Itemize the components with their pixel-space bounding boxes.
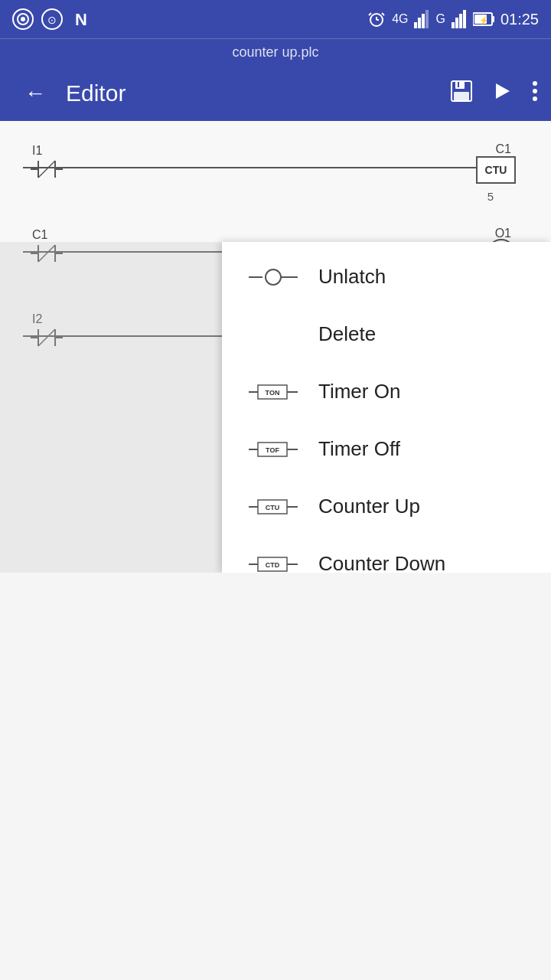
svg-line-10 xyxy=(382,13,384,15)
counter-up-label: Counter Up xyxy=(318,495,420,518)
rung1-contact[interactable] xyxy=(31,158,63,184)
svg-line-35 xyxy=(38,161,55,178)
svg-text:⚡: ⚡ xyxy=(479,15,489,25)
svg-text:CTD: CTD xyxy=(266,561,280,569)
svg-point-47 xyxy=(266,270,281,285)
svg-text:N: N xyxy=(75,10,87,29)
signal-icon xyxy=(414,10,429,28)
svg-rect-25 xyxy=(454,92,469,101)
context-menu-panel: Unlatch Delete TON xyxy=(222,242,551,573)
back-button[interactable]: ← xyxy=(12,81,58,106)
menu-item-counter-up[interactable]: CTU Counter Up xyxy=(222,478,551,535)
nc-contact-symbol xyxy=(31,158,63,181)
status-bar-right: 4G G ⚡ 01:25 xyxy=(367,10,539,28)
unlatch-label: Unlatch xyxy=(318,265,386,289)
toolbar: ← Editor xyxy=(0,66,551,121)
ctd-icon: CTD xyxy=(246,555,300,573)
svg-rect-16 xyxy=(455,18,458,28)
plc-canvas: I1 C1 CTU 5 C1 xyxy=(0,121,551,573)
rung1-output-sublabel: 5 xyxy=(487,190,494,204)
svg-rect-11 xyxy=(414,22,417,28)
ton-icon: TON xyxy=(246,383,300,401)
svg-rect-14 xyxy=(425,10,429,28)
ctu-icon: CTU xyxy=(246,498,300,516)
svg-rect-18 xyxy=(463,10,466,28)
editor-title: Editor xyxy=(58,80,450,106)
toolbar-actions xyxy=(450,80,539,108)
delete-icon-placeholder xyxy=(246,325,300,344)
svg-text:TON: TON xyxy=(266,389,280,397)
menu-item-counter-down[interactable]: CTD Counter Down xyxy=(222,535,551,573)
status-bar-left: ⊙ N xyxy=(12,8,92,30)
timer-off-label: Timer Off xyxy=(318,437,400,461)
svg-rect-15 xyxy=(452,22,455,28)
timer-on-label: Timer On xyxy=(318,380,400,403)
rung-1: I1 C1 CTU 5 xyxy=(0,129,551,205)
tof-icon: TOF xyxy=(246,440,300,459)
svg-rect-17 xyxy=(459,14,462,28)
ctu-box: CTU xyxy=(476,156,516,184)
delete-label: Delete xyxy=(318,322,376,346)
svg-rect-24 xyxy=(455,81,465,89)
menu-item-timer-on[interactable]: TON Timer On xyxy=(222,363,551,420)
alarm-icon xyxy=(367,10,386,28)
svg-rect-20 xyxy=(492,16,494,22)
svg-point-2 xyxy=(21,17,25,21)
rung1-output-label: C1 xyxy=(496,142,511,156)
svg-rect-26 xyxy=(458,82,459,87)
menu-item-delete[interactable]: Delete xyxy=(222,305,551,363)
n-icon: N xyxy=(70,8,92,30)
svg-marker-27 xyxy=(496,83,510,99)
status-bar: ⊙ N 4G G xyxy=(0,0,551,38)
context-menu-overlay: Unlatch Delete TON xyxy=(0,242,551,573)
svg-rect-12 xyxy=(418,18,421,28)
filename: counter up.plc xyxy=(232,44,318,60)
svg-text:⊙: ⊙ xyxy=(47,14,57,26)
play-icon xyxy=(491,80,513,102)
svg-rect-13 xyxy=(422,14,425,28)
menu-item-unlatch[interactable]: Unlatch xyxy=(222,248,551,305)
rung2-contact-label: C1 xyxy=(32,228,47,242)
wifi-icon: ⊙ xyxy=(41,8,63,30)
save-icon xyxy=(450,80,473,103)
run-button[interactable] xyxy=(491,80,513,107)
battery-icon: ⚡ xyxy=(473,12,494,26)
svg-point-28 xyxy=(533,81,537,86)
network-label: 4G xyxy=(392,12,408,26)
menu-dimmed-area[interactable] xyxy=(0,242,222,573)
more-icon xyxy=(531,80,539,103)
counter-down-label: Counter Down xyxy=(318,552,445,573)
svg-text:TOF: TOF xyxy=(266,446,279,454)
unlatch-icon xyxy=(246,268,300,286)
svg-point-29 xyxy=(533,89,537,93)
clock: 01:25 xyxy=(500,11,539,28)
rung1-output-ctu[interactable]: CTU xyxy=(476,156,516,184)
back-icon: ← xyxy=(24,81,46,106)
menu-item-timer-off[interactable]: TOF Timer Off xyxy=(222,420,551,478)
network2-label: G xyxy=(435,12,445,26)
file-bar: counter up.plc xyxy=(0,38,551,66)
camera-app-icon xyxy=(12,8,34,30)
save-button[interactable] xyxy=(450,80,473,108)
rung1-contact-label: I1 xyxy=(32,144,42,158)
more-button[interactable] xyxy=(531,80,539,108)
svg-text:CTU: CTU xyxy=(266,504,280,511)
svg-line-9 xyxy=(369,13,371,15)
svg-point-30 xyxy=(533,96,537,101)
signal2-icon xyxy=(452,10,467,28)
